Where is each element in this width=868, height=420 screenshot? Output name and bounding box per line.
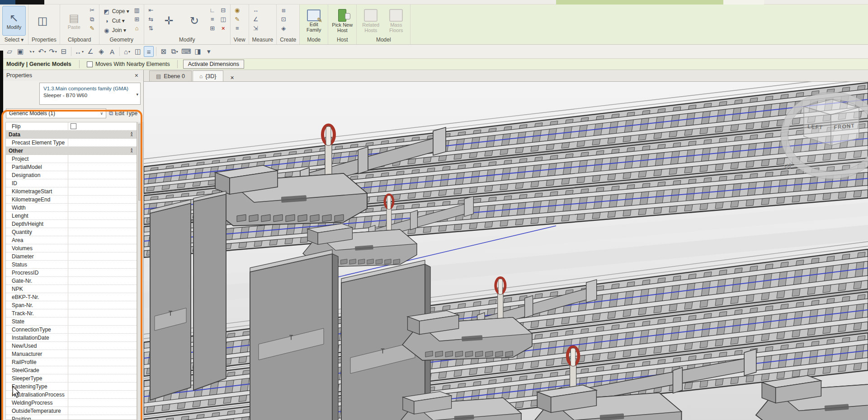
dimension-icon[interactable]: ⇲ xyxy=(251,24,260,33)
property-value[interactable] xyxy=(68,196,137,203)
measure-icon[interactable]: ∠ xyxy=(85,46,95,57)
moves-with-nearby-option[interactable]: Moves With Nearby Elements xyxy=(80,61,177,67)
flip-checkbox[interactable] xyxy=(71,123,76,129)
array-icon[interactable]: ⊞ xyxy=(208,24,217,33)
copy-to-clipboard-icon[interactable]: ⧉ xyxy=(88,15,97,23)
property-value[interactable] xyxy=(68,122,137,130)
property-value[interactable] xyxy=(68,334,137,341)
undo-icon[interactable]: ↶▾ xyxy=(37,46,47,57)
3d-scene[interactable]: WLEFTFRONT xyxy=(144,82,868,420)
ribbon-group-label-view[interactable]: View xyxy=(233,36,246,44)
properties-button[interactable]: ◫ xyxy=(31,6,54,36)
edit-type-button[interactable]: ⧉ Edit Type xyxy=(109,110,137,117)
property-value[interactable] xyxy=(68,391,137,398)
ribbon-group-label-clipboard[interactable]: Clipboard xyxy=(62,36,97,44)
join-menu[interactable]: ◉Join ▾ xyxy=(102,26,131,35)
ribbon-tab-strip[interactable] xyxy=(0,0,868,5)
pin-icon[interactable]: ◫ xyxy=(219,15,228,23)
redo-icon[interactable]: ↷▾ xyxy=(48,46,58,57)
split-icon[interactable]: ≡ xyxy=(208,15,217,23)
property-value[interactable] xyxy=(68,374,137,382)
wall-panel[interactable] xyxy=(250,250,338,420)
property-value[interactable] xyxy=(68,309,137,317)
collapse-chevron-icon[interactable]: ∧∧ xyxy=(130,132,137,136)
property-value[interactable] xyxy=(68,171,137,179)
wall-panel[interactable] xyxy=(150,200,191,400)
save-icon[interactable]: ▣ xyxy=(15,46,25,57)
type-selector[interactable]: V1.3.Main components family (GMA) Sleepe… xyxy=(3,81,143,107)
measure-along-icon[interactable]: ∠ xyxy=(251,15,260,23)
properties-scrollbar[interactable] xyxy=(137,122,143,420)
property-value[interactable] xyxy=(68,187,137,195)
property-value[interactable] xyxy=(68,285,137,293)
property-value[interactable] xyxy=(68,358,137,366)
ribbon-group-label-modify[interactable]: Modify xyxy=(146,36,228,44)
3d-viewport[interactable]: WLEFTFRONT xyxy=(144,82,868,420)
override-graphics-icon[interactable]: ✎ xyxy=(233,15,242,23)
property-value[interactable] xyxy=(68,244,137,252)
cope-menu[interactable]: ◩Cope ▾ xyxy=(102,7,131,16)
ribbon-group-label-properties[interactable]: Properties xyxy=(31,36,57,44)
property-value[interactable] xyxy=(68,228,137,236)
property-value[interactable] xyxy=(68,383,137,390)
properties-filter-combo[interactable]: Generic Models (1) ∨ xyxy=(6,108,106,118)
offset-icon[interactable]: ⇆ xyxy=(146,15,156,23)
tag-icon[interactable]: ◈ xyxy=(96,46,106,57)
print-icon[interactable]: ⊟ xyxy=(59,46,69,57)
property-value[interactable] xyxy=(68,212,137,219)
measure-between-icon[interactable]: ↔ xyxy=(251,6,260,14)
legend-component-icon[interactable]: ⧈ xyxy=(279,6,288,14)
group-icon[interactable]: ⊡ xyxy=(279,15,288,23)
hide-elements-icon[interactable]: ◉ xyxy=(233,6,242,14)
beam-systems-icon[interactable]: ▥ xyxy=(132,6,142,14)
ribbon-group-label-model[interactable]: Model xyxy=(359,36,408,44)
align-icon[interactable]: ⇤ xyxy=(146,6,156,14)
similar-icon[interactable]: ◈ xyxy=(279,24,288,33)
property-value[interactable] xyxy=(68,236,137,244)
wall-joins-icon[interactable]: ⊞ xyxy=(132,15,142,23)
property-value[interactable] xyxy=(68,293,137,301)
keyboard-shortcuts-icon[interactable]: ⌨ xyxy=(180,46,192,57)
collapse-chevron-icon[interactable]: ∧∧ xyxy=(130,149,137,153)
property-value[interactable] xyxy=(68,366,137,374)
property-value[interactable] xyxy=(68,342,137,350)
property-value[interactable] xyxy=(68,407,137,415)
delete-icon[interactable]: × xyxy=(219,24,228,33)
property-value[interactable] xyxy=(68,350,137,358)
ribbon-group-label-measure[interactable]: Measure xyxy=(251,36,274,44)
property-value[interactable] xyxy=(68,415,137,420)
move-button[interactable]: ✛ xyxy=(157,6,181,36)
modify-button[interactable]: ↖Modify xyxy=(2,6,26,36)
track-machine[interactable] xyxy=(756,376,868,420)
property-value[interactable] xyxy=(68,179,137,187)
switch-windows-icon[interactable]: ⧉▾ xyxy=(170,46,179,57)
view-tab-ebene0[interactable]: ▤Ebene 0 xyxy=(149,70,192,81)
scale-icon[interactable]: ⊟ xyxy=(219,6,228,14)
view-tab-3d[interactable]: ⌂{3D} xyxy=(193,70,223,81)
ribbon-tab-segment[interactable] xyxy=(15,0,44,5)
property-value[interactable] xyxy=(68,326,137,333)
property-value[interactable] xyxy=(68,163,137,171)
linework-icon[interactable]: ≡ xyxy=(233,24,242,33)
properties-panel-titlebar[interactable]: Properties × xyxy=(3,70,143,81)
open-file-icon[interactable]: ▱ xyxy=(5,46,14,57)
sync-icon[interactable]: ◔▾ xyxy=(26,46,36,57)
paste-button[interactable]: ▤Paste xyxy=(62,6,86,36)
trim-icon[interactable]: ∟ xyxy=(208,6,217,14)
ribbon-group-label-host[interactable]: Host xyxy=(330,36,354,44)
property-value[interactable] xyxy=(68,269,137,276)
edit-family-button[interactable]: Edit Family xyxy=(302,6,326,36)
ribbon-group-label-geometry[interactable]: Geometry xyxy=(102,36,142,44)
property-value[interactable] xyxy=(68,252,137,260)
property-value[interactable] xyxy=(68,277,137,285)
view-tab-close-icon[interactable]: × xyxy=(228,74,237,81)
aligned-dimension-icon[interactable]: ↔▾ xyxy=(74,46,85,57)
thin-lines-icon[interactable]: ≡ xyxy=(144,46,154,57)
customize-qat-icon[interactable]: ▾ xyxy=(204,46,214,57)
moves-with-nearby-checkbox[interactable] xyxy=(87,61,93,67)
close-hidden-windows-icon[interactable]: ⊠ xyxy=(159,46,169,57)
property-value[interactable] xyxy=(68,317,137,325)
properties-close-icon[interactable]: × xyxy=(133,72,140,79)
ribbon-group-label-create[interactable]: Create xyxy=(279,36,297,44)
ribbon-group-label-select[interactable]: Select ▾ xyxy=(2,36,26,44)
